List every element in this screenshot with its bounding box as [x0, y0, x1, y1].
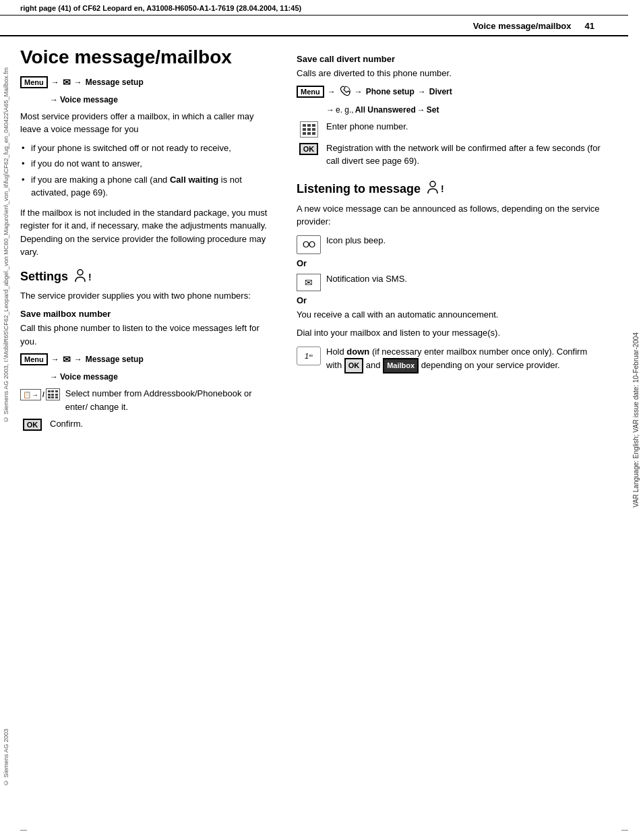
keypad-dot — [55, 396, 58, 398]
page-number: 41 — [585, 21, 594, 31]
icon-beep-instruction: OO Icon plus beep. — [297, 234, 601, 254]
save-mailbox-text: Call this phone number to listen to the … — [20, 322, 276, 348]
nav3-icon — [339, 86, 351, 98]
kd — [303, 128, 306, 131]
end-text: depending on your service provider. — [419, 360, 560, 370]
save-mailbox-heading: Save mailbox number — [20, 309, 276, 319]
kd — [312, 132, 315, 135]
nav3-label-divert: Divert — [429, 87, 452, 96]
bottom-right-mark: — — [621, 826, 628, 833]
call-waiting-bold: Call waiting — [170, 175, 218, 185]
keypad-dot — [48, 396, 51, 398]
left-sidebar: © Siemens AG 2003, I:\MobilR65\CF62_Leop… — [0, 54, 12, 840]
or-1: Or — [297, 258, 601, 268]
phone-keypad-icon — [300, 121, 318, 138]
nav-arrow-2: → — [74, 78, 82, 87]
list-item: if you do not want to answer, — [20, 157, 276, 171]
keypad-box — [46, 388, 60, 400]
nav2-icon: ✉ — [63, 354, 71, 365]
main-content: Voice message/mailbox Menu → ✉ → Message… — [0, 36, 628, 448]
enter-phone-text: Enter phone number. — [326, 120, 601, 133]
keypad-dot — [51, 396, 54, 398]
ok-icon-left: OK — [20, 419, 44, 431]
sms-instruction: ✉ Notification via SMS. — [297, 272, 601, 291]
nav3-eg-text: e. g., — [336, 105, 354, 115]
nav2-indent-arrow: → — [50, 372, 58, 382]
keypad-dot — [48, 390, 51, 392]
and-text: and — [363, 360, 383, 370]
nav-label-message-setup: Message setup — [86, 78, 144, 87]
kd — [307, 124, 311, 127]
nav2-arrow-1: → — [51, 355, 59, 364]
hold-down-text: Hold down (if necessary enter mailbox nu… — [326, 345, 601, 373]
nav-indent-arrow-1: → — [50, 95, 58, 104]
ok-instruction-right: OK Registration with the network will be… — [297, 142, 601, 168]
ok-box-left: OK — [23, 419, 42, 431]
ok-inline-box: OK — [344, 358, 364, 373]
nav-label-voice-message: Voice message — [60, 95, 118, 104]
svg-text:!: ! — [88, 272, 92, 282]
kd — [303, 124, 306, 127]
list-item: if you are making a phone call (and Call… — [20, 173, 276, 200]
bottom-marks: — — — [20, 826, 628, 833]
sidebar-text: VAR Language: English; VAR issue date: 1… — [632, 332, 640, 508]
nav3-label-phone-setup: Phone setup — [366, 87, 415, 96]
nav-indent-1: → Voice message — [50, 95, 276, 104]
enter-phone-instruction: Enter phone number. — [297, 120, 601, 138]
sms-envelope-icon: ✉ — [297, 274, 321, 291]
nav-breadcrumb-1: Menu → ✉ → Message setup — [20, 76, 276, 88]
enter-phone-icon — [297, 121, 321, 138]
right-column: Save call divert number Calls are divert… — [297, 47, 601, 435]
list-item: if your phone is switched off or not rea… — [20, 142, 276, 155]
one-ao-icon: 1∞ — [297, 347, 321, 365]
down-bold: down — [346, 347, 369, 357]
nav3-set: Set — [427, 105, 439, 115]
page-header-title: Voice message/mailbox — [473, 21, 572, 31]
menu-box-2: Menu — [20, 353, 48, 365]
nav3-arrow-1: → — [328, 87, 336, 96]
svg-text:!: ! — [441, 183, 444, 194]
nav3-arrow-4: → — [417, 105, 425, 115]
settings-icon: ! — [75, 268, 94, 285]
listening-text: A new voice message can be announced as … — [297, 202, 601, 229]
sms-icon: ✉ — [297, 274, 321, 291]
nav-breadcrumb-2: Menu → ✉ → Message setup — [20, 353, 276, 365]
service-text: The service provider supplies you with t… — [20, 289, 276, 303]
ok-box-right: OK — [299, 143, 319, 155]
intro-text: Most service providers offer a mailbox, … — [20, 110, 276, 136]
nav3-indent-arrow: → — [326, 105, 334, 115]
voicemail-icon: OO — [297, 235, 321, 254]
listening-icon: ! — [427, 180, 446, 198]
nav-icon-1: ✉ — [63, 77, 71, 88]
notification-text: Notification via SMS. — [326, 272, 601, 286]
hold-text: Hold — [326, 347, 346, 357]
bottom-left-mark: — — [20, 826, 27, 833]
settings-heading-text: Settings — [20, 270, 68, 284]
siemens-credit: © Siemens AG 2003 — [0, 729, 12, 786]
ok-icon-right: OK — [297, 143, 321, 155]
nav-arrow-1: → — [51, 78, 59, 87]
svg-point-0 — [78, 270, 83, 275]
nav3-arrow-2: → — [355, 87, 363, 96]
kd — [312, 128, 315, 131]
keypad-dot — [55, 390, 58, 392]
hold-down-instruction: 1∞ Hold down (if necessary enter mailbox… — [297, 345, 601, 373]
registration-text: Registration with the network will be co… — [326, 142, 601, 168]
listening-heading: Listening to message ! — [297, 180, 601, 198]
kd — [307, 132, 311, 135]
oo-icon: OO — [297, 235, 321, 254]
keypad-dot — [48, 394, 51, 396]
confirm-text: Confirm. — [50, 417, 276, 431]
addressbook-box: 📋 → — [20, 389, 41, 400]
right-sidebar: VAR Language: English; VAR issue date: 1… — [628, 0, 643, 840]
person-alert-icon: ! — [75, 268, 94, 283]
dial-text: Dial into your mailbox and listen to you… — [297, 326, 601, 340]
keypad-grid-2 — [303, 124, 315, 135]
icon-beep-text: Icon plus beep. — [326, 234, 601, 247]
keypad-dot — [55, 394, 58, 396]
hold-key-icon: 1∞ — [297, 347, 321, 365]
nav-breadcrumb-3: Menu → → Phone setup → Divert — [297, 86, 601, 98]
nav2-label-message-setup: Message setup — [86, 355, 144, 364]
receive-call-text: You receive a call with an automatic ann… — [297, 308, 601, 322]
page-header: Voice message/mailbox 41 — [0, 16, 628, 36]
